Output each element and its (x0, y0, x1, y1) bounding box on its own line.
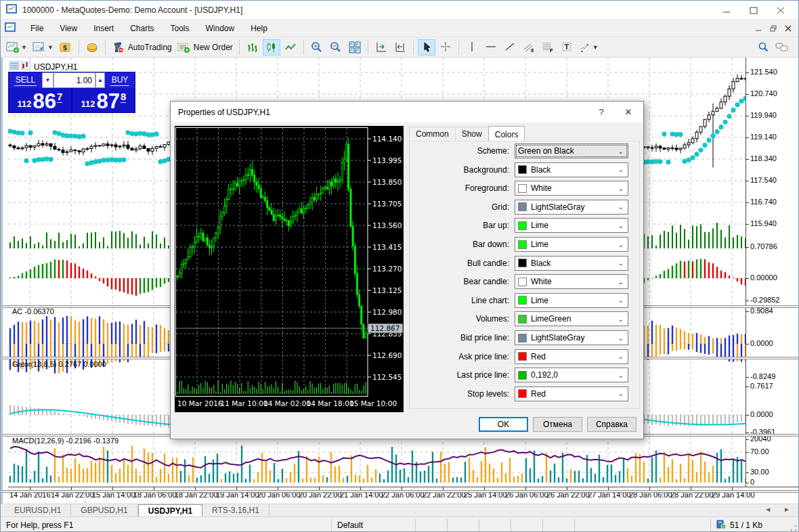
line-chart-button[interactable] (282, 39, 299, 56)
candlestick-button[interactable] (263, 39, 280, 56)
combo-line-chart[interactable]: Lime⌄ (515, 293, 628, 308)
chevron-down-icon[interactable]: ⌄ (618, 278, 624, 286)
chart-tab-rts-3-16-h1[interactable]: RTS-3.16,H1 (202, 504, 269, 516)
chat-button[interactable] (773, 39, 791, 56)
volume-dropdown-icon[interactable]: ▼ (42, 72, 53, 88)
tab-colors[interactable]: Colors (488, 126, 525, 142)
zoom-out-button[interactable] (327, 39, 345, 56)
dialog-title-bar[interactable]: Properties of USDJPY,H1 ? ✕ (171, 102, 643, 123)
menu-item-view[interactable]: View (51, 21, 85, 36)
tab-common[interactable]: Common (409, 127, 456, 141)
dialog-close-icon[interactable]: ✕ (615, 102, 642, 122)
sell-price[interactable]: 112 86 7 (9, 88, 72, 112)
combo-grid[interactable]: LightSlateGray⌄ (515, 200, 628, 215)
close-icon[interactable] (767, 1, 794, 20)
history-center-button[interactable] (83, 39, 101, 56)
tile-windows-button[interactable] (346, 39, 364, 56)
chevron-down-icon[interactable]: ⌄ (618, 241, 624, 248)
combo-bar-down[interactable]: Lime⌄ (515, 237, 628, 252)
combo-volumes[interactable]: LimeGreen⌄ (515, 311, 628, 326)
combo-ask-price-line[interactable]: Red⌄ (515, 349, 628, 364)
field-label-grid: Grid: (492, 202, 509, 212)
menu-item-help[interactable]: Help (242, 21, 276, 36)
text-button[interactable]: T (558, 39, 576, 56)
chevron-down-icon[interactable]: ⌄ (618, 166, 624, 173)
combo-bar-up[interactable]: Lime⌄ (515, 218, 628, 233)
chevron-down-icon[interactable]: ⌄ (618, 203, 624, 210)
field-label-background: Background: (464, 165, 509, 175)
menu-item-charts[interactable]: Charts (122, 21, 162, 36)
tab-scroll-right-icon[interactable]: ► (783, 506, 790, 513)
chevron-down-icon[interactable]: ⌄ (618, 353, 624, 360)
chart-shift-button[interactable] (391, 39, 409, 56)
combo-bull-candle[interactable]: Black⌄ (515, 256, 628, 271)
vertical-line-button[interactable] (463, 39, 481, 56)
mini-chart-icon[interactable] (21, 62, 30, 72)
ok-button[interactable]: OK (479, 417, 528, 432)
app-icon (6, 4, 17, 16)
menu-item-file[interactable]: File (22, 21, 51, 36)
chevron-down-icon[interactable]: ⌄ (618, 334, 624, 342)
buy-button[interactable]: BUY (105, 72, 135, 88)
child-close-icon[interactable] (781, 22, 796, 35)
equidistant-channel-button[interactable]: E (520, 39, 538, 56)
sell-button[interactable]: SELL (9, 72, 42, 88)
combo-background[interactable]: Black⌄ (515, 162, 628, 177)
menu-item-tools[interactable]: Tools (163, 21, 198, 36)
market-depth-icon[interactable] (9, 62, 19, 72)
combo-stop-levels[interactable]: Red⌄ (515, 386, 628, 401)
search-button[interactable] (754, 39, 772, 56)
volume-up-icon[interactable]: ▲ (95, 72, 105, 88)
bar-chart-button[interactable] (244, 39, 261, 56)
chevron-down-icon[interactable]: ⌄ (618, 148, 624, 155)
chevron-down-icon[interactable]: ⌄ (618, 296, 624, 304)
crosshair-button[interactable] (437, 39, 454, 56)
chevron-down-icon[interactable]: ⌄ (618, 390, 624, 397)
buy-price[interactable]: 112 87 8 (72, 88, 135, 112)
help-button[interactable]: Справка (587, 417, 636, 432)
chevron-down-icon[interactable]: ⌄ (618, 222, 624, 229)
trendline-button[interactable] (501, 39, 519, 56)
maximize-icon[interactable] (740, 1, 767, 20)
chart-tab-usdjpy-h1[interactable]: USDJPY,H1 (138, 504, 202, 516)
pane-separator[interactable] (3, 490, 799, 493)
menu-item-insert[interactable]: Insert (85, 21, 122, 36)
buy-price-prefix: 112 (81, 99, 95, 109)
profiles-button[interactable]: ▼ (30, 39, 56, 56)
cursor-button[interactable] (418, 39, 435, 56)
combo-bid-price-line[interactable]: LightSlateGray⌄ (515, 330, 628, 345)
combo-bear-candle[interactable]: White⌄ (515, 274, 628, 289)
fibo-grid-button[interactable]: F (539, 39, 557, 56)
combo-last-price-line[interactable]: 0,192,0⌄ (515, 368, 628, 382)
field-label-stop-levels: Stop levels: (467, 389, 509, 399)
volume-input[interactable]: 1.00 (53, 72, 95, 88)
combo-foreground[interactable]: White⌄ (515, 181, 628, 196)
resize-grip[interactable] (790, 525, 797, 531)
new-chart-button[interactable]: ▼ (4, 39, 29, 56)
tab-scroll-left-icon[interactable]: ◄ (764, 506, 771, 513)
autotrading-button[interactable]: AutoTrading (110, 39, 174, 56)
new-order-button[interactable]: New Order (175, 39, 235, 56)
arrows-button[interactable]: ▼ (577, 39, 601, 56)
combo-scheme[interactable]: Green on Black⌄ (515, 143, 628, 158)
chevron-down-icon[interactable]: ⌄ (618, 259, 624, 267)
tab-show[interactable]: Show (455, 127, 489, 141)
menu-item-window[interactable]: Window (198, 21, 243, 36)
chevron-down-icon[interactable]: ⌄ (618, 372, 624, 379)
child-restore-icon[interactable] (766, 22, 781, 35)
color-field-row-line-chart: Line chart:Lime⌄ (409, 293, 640, 308)
minimize-icon[interactable] (713, 1, 740, 20)
dialog-help-icon[interactable]: ? (588, 102, 615, 122)
zoom-in-button[interactable] (308, 39, 326, 56)
auto-scroll-button[interactable] (372, 39, 390, 56)
chevron-down-icon[interactable]: ⌄ (618, 315, 624, 323)
status-profile[interactable]: Default (331, 519, 415, 531)
horizontal-line-button[interactable] (482, 39, 500, 56)
child-minimize-icon[interactable] (751, 22, 766, 35)
cancel-button[interactable]: Отмена (533, 417, 582, 432)
symbols-button[interactable]: $ (57, 39, 74, 56)
chevron-down-icon[interactable]: ⌄ (618, 185, 624, 192)
chart-tab-gbpusd-h1[interactable]: GBPUSD,H1 (71, 504, 137, 516)
preview-price-tick: 113.415 (372, 243, 402, 251)
chart-tab-eurusd-h1[interactable]: EURUSD,H1 (5, 504, 71, 516)
